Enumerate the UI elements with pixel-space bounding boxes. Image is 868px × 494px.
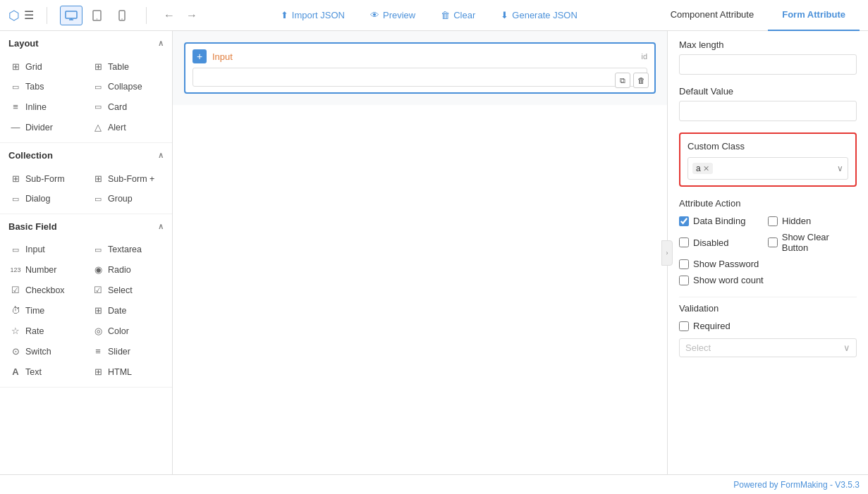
sidebar-item-input[interactable]: ▭ Input bbox=[4, 240, 85, 259]
sidebar-item-radio[interactable]: ◉ Radio bbox=[87, 260, 168, 279]
validation-label: Validation bbox=[679, 303, 857, 314]
redo-button[interactable]: → bbox=[182, 8, 202, 23]
sidebar-item-textarea[interactable]: ▭ Textarea bbox=[87, 240, 168, 259]
sidebar-item-switch[interactable]: ⊙ Switch bbox=[4, 342, 85, 361]
disabled-checkbox[interactable] bbox=[679, 237, 689, 247]
device-mobile-btn[interactable] bbox=[111, 6, 133, 25]
sidebar-item-alert[interactable]: △ Alert bbox=[87, 118, 168, 137]
grid-icon: ⊞ bbox=[10, 61, 21, 72]
sidebar-item-time[interactable]: ⏱ Time bbox=[4, 301, 85, 320]
collection-section-header[interactable]: Collection ∧ bbox=[0, 143, 172, 166]
sidebar-item-label: Card bbox=[108, 102, 127, 112]
footer-link[interactable]: Powered by FormMaking - V3.5.3 bbox=[733, 480, 860, 490]
sidebar-item-label: Tabs bbox=[25, 82, 44, 92]
preview-button[interactable]: 👁 Preview bbox=[365, 7, 421, 23]
sidebar-item-dialog[interactable]: ▭ Dialog bbox=[4, 190, 85, 208]
import-json-label: Import JSON bbox=[292, 10, 345, 20]
sidebar-item-date[interactable]: ⊞ Date bbox=[87, 301, 168, 320]
canvas-input-field[interactable] bbox=[192, 68, 647, 87]
custom-class-input-wrap[interactable]: a ✕ ∨ bbox=[687, 157, 848, 180]
sidebar-section-layout: Layout ∧ ⊞ Grid ⊞ Table ▭ Tabs ▭ Co bbox=[0, 31, 172, 143]
nav-btns: ← → bbox=[159, 8, 202, 23]
sidebar-item-label: Grid bbox=[25, 62, 42, 72]
show-clear-button-checkbox[interactable] bbox=[768, 237, 778, 247]
clear-button[interactable]: 🗑 Clear bbox=[435, 7, 481, 23]
sidebar-item-slider[interactable]: ≡ Slider bbox=[87, 342, 168, 361]
sidebar-item-label: Input bbox=[25, 245, 45, 254]
collapse-handle[interactable]: › bbox=[661, 240, 673, 266]
undo-button[interactable]: ← bbox=[159, 8, 179, 23]
sidebar-item-checkbox[interactable]: ☑ Checkbox bbox=[4, 280, 85, 300]
sidebar-item-tabs[interactable]: ▭ Tabs bbox=[4, 78, 85, 96]
hidden-checkbox[interactable] bbox=[768, 216, 778, 226]
component-attribute-tab[interactable]: Component Attribute bbox=[656, 0, 769, 31]
sidebar-item-number[interactable]: 123 Number bbox=[4, 260, 85, 279]
custom-class-dropdown-icon[interactable]: ∨ bbox=[837, 163, 843, 173]
basic-field-section-header[interactable]: Basic Field ∧ bbox=[0, 214, 172, 237]
sidebar-item-subform-plus[interactable]: ⊞ Sub-Form + bbox=[87, 169, 168, 188]
basic-field-chevron-icon: ∧ bbox=[158, 222, 164, 231]
svg-point-6 bbox=[121, 18, 122, 19]
sidebar-item-label: Dialog bbox=[25, 194, 50, 204]
custom-class-section: Custom Class a ✕ ∨ bbox=[679, 132, 857, 187]
dialog-icon: ▭ bbox=[10, 194, 21, 204]
component-copy-button[interactable]: ⧉ bbox=[615, 73, 630, 88]
default-value-input[interactable] bbox=[679, 101, 857, 121]
basic-field-items: ▭ Input ▭ Textarea 123 Number ◉ Radio ☑ bbox=[0, 237, 172, 387]
sidebar-item-label: HTML bbox=[108, 367, 132, 377]
show-word-count-checkbox[interactable] bbox=[679, 276, 689, 285]
divider-icon: — bbox=[10, 122, 21, 132]
required-checkbox[interactable] bbox=[679, 321, 689, 331]
sidebar-item-subform[interactable]: ⊞ Sub-Form bbox=[4, 169, 85, 188]
device-desktop-btn[interactable] bbox=[60, 6, 82, 25]
sidebar-item-label: Alert bbox=[108, 123, 126, 132]
date-icon: ⊞ bbox=[92, 305, 104, 316]
color-icon: ◎ bbox=[92, 326, 104, 336]
device-tablet-btn[interactable] bbox=[85, 6, 108, 25]
sidebar-item-rate[interactable]: ☆ Rate bbox=[4, 321, 85, 340]
sidebar-item-select[interactable]: ☑ Select bbox=[87, 280, 168, 300]
checkbox-icon: ☑ bbox=[10, 285, 21, 295]
form-attribute-tab[interactable]: Form Attribute bbox=[768, 0, 860, 31]
disabled-label: Disabled bbox=[693, 237, 729, 248]
sidebar-item-collapse[interactable]: ▭ Collapse bbox=[87, 78, 168, 96]
sidebar-item-label: Text bbox=[25, 367, 42, 377]
component-add-button[interactable]: + bbox=[192, 49, 207, 63]
sidebar-item-text[interactable]: A Text bbox=[4, 362, 85, 381]
sidebar: Layout ∧ ⊞ Grid ⊞ Table ▭ Tabs ▭ Co bbox=[0, 31, 173, 474]
svg-rect-0 bbox=[66, 11, 77, 18]
component-delete-button[interactable]: 🗑 bbox=[633, 73, 649, 88]
custom-class-tag-close[interactable]: ✕ bbox=[703, 164, 709, 173]
import-json-button[interactable]: ⬆ Import JSON bbox=[275, 7, 350, 23]
toolbar: ⬡ ☰ ← → ⬆ Import JSON 👁 Preview bbox=[0, 0, 868, 31]
table-icon: ⊞ bbox=[92, 61, 104, 72]
sidebar-item-label: Time bbox=[25, 306, 44, 316]
sidebar-item-table[interactable]: ⊞ Table bbox=[87, 57, 168, 76]
sidebar-item-inline[interactable]: ≡ Inline bbox=[4, 97, 85, 116]
sidebar-item-label: Slider bbox=[108, 347, 130, 357]
switch-icon: ⊙ bbox=[10, 346, 21, 357]
sidebar-item-card[interactable]: ▭ Card bbox=[87, 97, 168, 116]
generate-icon: ⬇ bbox=[501, 10, 508, 20]
toolbar-left: ⬡ ☰ ← → bbox=[8, 6, 202, 25]
preview-label: Preview bbox=[383, 10, 415, 20]
sidebar-item-html[interactable]: ⊞ HTML bbox=[87, 362, 168, 381]
default-value-label: Default Value bbox=[679, 86, 857, 97]
sidebar-item-group[interactable]: ▭ Group bbox=[87, 190, 168, 208]
default-value-section: Default Value bbox=[679, 86, 857, 121]
toolbar-separator bbox=[47, 7, 47, 24]
show-password-checkbox[interactable] bbox=[679, 259, 689, 269]
checkbox-data-binding: Data Binding bbox=[679, 216, 768, 226]
generate-json-button[interactable]: ⬇ Generate JSON bbox=[495, 7, 583, 23]
validation-select-wrap[interactable]: Select ∨ bbox=[679, 338, 857, 357]
sidebar-item-label: Switch bbox=[25, 347, 51, 357]
sidebar-item-grid[interactable]: ⊞ Grid bbox=[4, 57, 85, 76]
sidebar-item-color[interactable]: ◎ Color bbox=[87, 321, 168, 340]
data-binding-checkbox[interactable] bbox=[679, 216, 689, 226]
max-length-input[interactable] bbox=[679, 54, 857, 75]
sidebar-item-divider[interactable]: — Divider bbox=[4, 118, 85, 137]
custom-class-label: Custom Class bbox=[687, 141, 848, 152]
layout-section-header[interactable]: Layout ∧ bbox=[0, 31, 172, 54]
group-icon: ▭ bbox=[92, 194, 104, 204]
footer: Powered by FormMaking - V3.5.3 bbox=[0, 474, 868, 494]
